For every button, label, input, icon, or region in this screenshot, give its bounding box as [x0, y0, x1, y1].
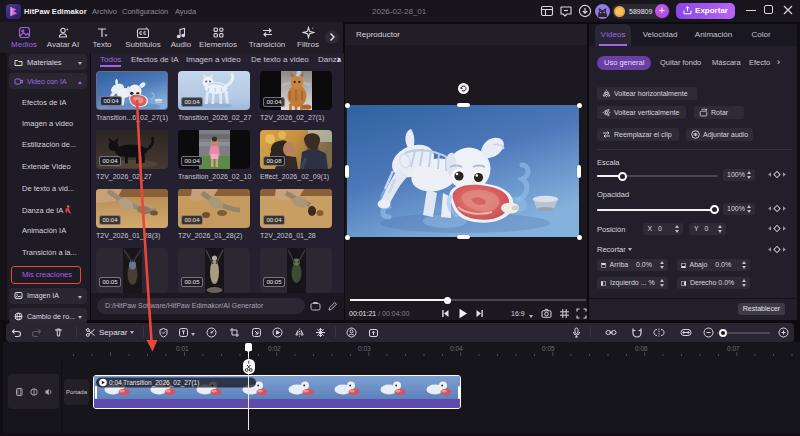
- svg-text:0:04 Transition_2026_02_27(1): 0:04 Transition_2026_02_27(1): [109, 379, 199, 387]
